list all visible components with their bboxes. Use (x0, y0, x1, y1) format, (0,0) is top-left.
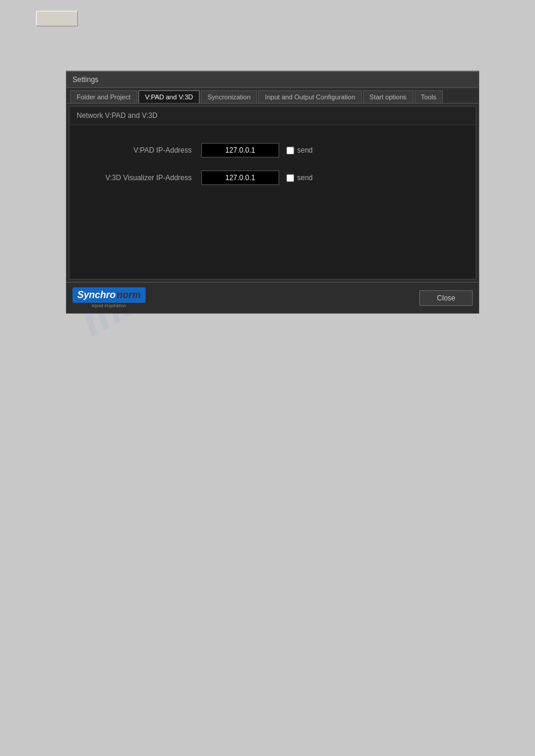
vpad-ip-row: V:PAD IP-Address send (81, 143, 464, 157)
logo-tagline: liquid inspiration (72, 303, 146, 308)
vpad-ip-input[interactable] (201, 143, 279, 157)
content-header: Network V:PAD and V:3D (69, 107, 476, 125)
vpad-ip-label: V:PAD IP-Address (81, 146, 201, 154)
top-button[interactable] (36, 11, 78, 26)
tab-folder-project[interactable]: Folder and Project (70, 90, 137, 103)
tab-syncronization[interactable]: Syncronization (201, 90, 257, 103)
content-body: V:PAD IP-Address send V:3D Visualizer IP… (69, 125, 476, 216)
logo-container: Synchro norm liquid inspiration (72, 287, 146, 308)
settings-footer: Synchro norm liquid inspiration Close (67, 282, 479, 313)
close-button[interactable]: Close (419, 290, 473, 306)
vpad-send-checkbox[interactable] (286, 147, 294, 154)
vpad-send-label: send (297, 146, 313, 154)
v3d-ip-input[interactable] (201, 171, 279, 185)
tab-start-options[interactable]: Start options (363, 90, 413, 103)
v3d-ip-label: V:3D Visualizer IP-Address (81, 174, 201, 182)
dialog-titlebar: Settings (67, 72, 479, 88)
settings-content: Network V:PAD and V:3D V:PAD IP-Address … (69, 106, 476, 280)
logo-norm-text: norm (117, 290, 141, 300)
settings-dialog: Settings Folder and Project V:PAD and V:… (66, 71, 479, 314)
v3d-send-checkbox[interactable] (286, 174, 294, 182)
dialog-title: Settings (72, 75, 98, 84)
logo-box: Synchro norm (72, 287, 146, 303)
tab-input-output[interactable]: Input and Output Configuration (258, 90, 361, 103)
v3d-ip-row: V:3D Visualizer IP-Address send (81, 171, 464, 185)
v3d-send-label: send (297, 174, 313, 182)
tab-vpad-v3d[interactable]: V:PAD and V:3D (138, 90, 200, 103)
logo-synchro-text: Synchro (77, 290, 116, 300)
tab-tools[interactable]: Tools (415, 90, 443, 103)
v3d-send-wrapper: send (286, 174, 313, 182)
tabs-bar: Folder and Project V:PAD and V:3D Syncro… (67, 88, 479, 104)
vpad-send-wrapper: send (286, 146, 313, 154)
syncronorm-logo: Synchro norm liquid inspiration (72, 287, 146, 308)
